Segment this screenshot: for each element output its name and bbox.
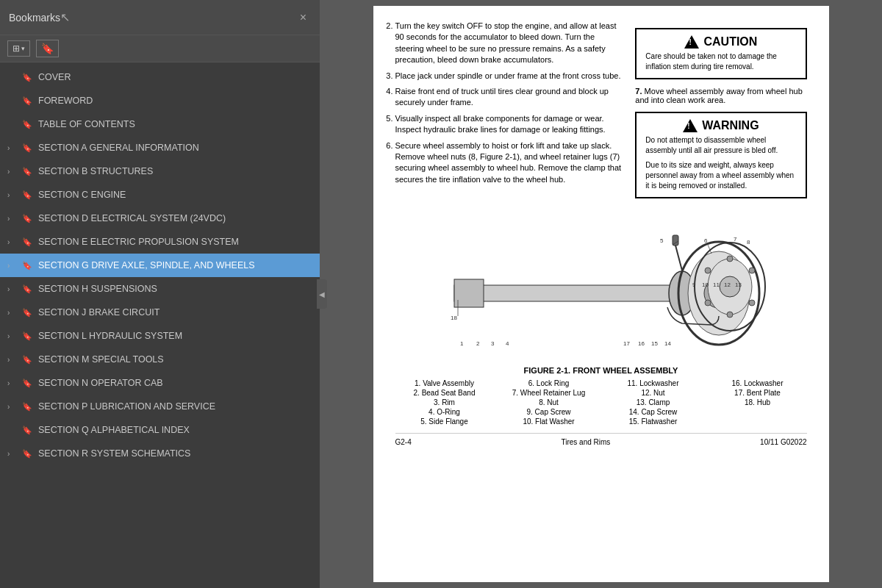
sidebar-item-sec-q[interactable]: 🔖SECTION Q ALPHABETICAL INDEX <box>0 418 320 442</box>
sidebar-item-sec-m[interactable]: ›🔖SECTION M SPECIAL TOOLS <box>0 348 320 371</box>
bookmark-page-icon: 🔖 <box>22 190 34 200</box>
svg-text:5: 5 <box>660 237 664 244</box>
parts-list: 1. Valve Assembly6. Lock Ring11. Lockwas… <box>395 379 807 426</box>
sidebar-item-sec-j[interactable]: ›🔖SECTION J BRAKE CIRCUIT <box>0 301 320 324</box>
svg-text:12: 12 <box>724 282 731 288</box>
sidebar: Bookmarks ↖ × ⊞ ▾ 🔖 🔖COVER🔖FOREWORD🔖TABL… <box>0 0 320 588</box>
bookmark-item-label: TABLE OF CONTENTS <box>38 119 314 129</box>
step-item: Secure wheel assembly to hoist or fork l… <box>395 140 624 186</box>
document-page: Turn the key switch OFF to stop the engi… <box>373 6 829 582</box>
svg-rect-0 <box>454 285 682 301</box>
part-list-item: 7. Wheel Retainer Lug <box>500 389 598 397</box>
sidebar-close-button[interactable]: × <box>295 10 311 26</box>
bookmark-item-label: SECTION D ELECTRICAL SYSTEM (24VDC) <box>38 213 314 223</box>
chevron-down-icon: ▾ <box>21 45 25 52</box>
procedure-steps: Turn the key switch OFF to stop the engi… <box>395 21 624 185</box>
part-list-item: 14. Cap Screw <box>604 408 703 416</box>
footer-section-title: Tires and Rims <box>561 438 610 446</box>
bookmark-page-icon: 🔖 <box>22 284 34 294</box>
part-list-item: 12. Nut <box>604 389 703 397</box>
caution-header: ! CAUTION <box>645 35 796 49</box>
collapse-handle[interactable]: ◀ <box>317 279 327 309</box>
steps-column: Turn the key switch OFF to stop the engi… <box>395 21 624 206</box>
bookmark-item-label: FOREWORD <box>38 96 314 106</box>
sidebar-item-cover[interactable]: 🔖COVER <box>0 65 320 89</box>
svg-point-28 <box>727 312 733 318</box>
sidebar-item-sec-r[interactable]: ›🔖SECTION R SYSTEM SCHEMATICS <box>0 442 320 465</box>
footer-date-code: 10/11 G02022 <box>760 438 806 446</box>
step-item: Place jack under spindle or under frame … <box>395 71 624 82</box>
part-list-item: 1. Valve Assembly <box>395 379 494 387</box>
part-list-item: 17. Bent Plate <box>709 389 807 397</box>
expand-arrow-icon: › <box>7 238 18 246</box>
step7-text: 7. Move wheel assembly away from wheel h… <box>635 87 806 104</box>
footer-page-ref: G2-4 <box>395 438 412 446</box>
warning-box: ! WARNING Do not attempt to disassemble … <box>635 112 806 198</box>
svg-text:15: 15 <box>651 340 658 347</box>
bookmark-page-icon: 🔖 <box>22 355 34 365</box>
caution-box: ! CAUTION Care should be taken not to da… <box>635 28 806 79</box>
part-list-item: 10. Flat Washer <box>500 417 598 426</box>
bookmark-item-label: SECTION R SYSTEM SCHEMATICS <box>38 448 314 459</box>
svg-text:1: 1 <box>460 340 464 347</box>
expand-arrow-icon: › <box>7 285 18 293</box>
svg-text:7: 7 <box>734 236 737 243</box>
part-list-item: 18. Hub <box>709 398 807 406</box>
svg-text:4: 4 <box>506 340 509 347</box>
svg-rect-1 <box>454 279 484 307</box>
sidebar-item-sec-g[interactable]: ›🔖SECTION G DRIVE AXLE, SPINDLE, AND WHE… <box>0 254 320 277</box>
bookmark-page-icon: 🔖 <box>22 167 34 176</box>
warning-text2: Due to its size and weight, always keep … <box>645 160 796 191</box>
top-section: Turn the key switch OFF to stop the engi… <box>395 21 807 206</box>
part-list-item: 16. Lockwasher <box>709 379 807 387</box>
sidebar-item-sec-l[interactable]: ›🔖SECTION L HYDRAULIC SYSTEM <box>0 324 320 348</box>
expand-arrow-icon: › <box>7 332 18 340</box>
svg-point-25 <box>727 256 733 262</box>
sidebar-item-toc[interactable]: 🔖TABLE OF CONTENTS <box>0 112 320 136</box>
bookmark-page-icon: 🔖 <box>22 96 34 106</box>
svg-point-26 <box>749 268 755 273</box>
bookmark-icon-button[interactable]: 🔖 <box>36 40 59 57</box>
part-list-item: 15. Flatwasher <box>604 417 703 426</box>
bookmark-icon: 🔖 <box>41 43 54 54</box>
step-item: Raise front end of truck until tires cle… <box>395 86 624 109</box>
bookmark-item-label: SECTION L HYDRAULIC SYSTEM <box>38 331 314 341</box>
sidebar-item-sec-d[interactable]: ›🔖SECTION D ELECTRICAL SYSTEM (24VDC) <box>0 207 320 230</box>
part-list-item: 9. Cap Screw <box>500 408 598 416</box>
part-list-item: 2. Bead Seat Band <box>395 389 494 397</box>
step-item: Turn the key switch OFF to stop the engi… <box>395 21 624 66</box>
bookmark-page-icon: 🔖 <box>22 379 34 388</box>
sidebar-item-sec-n[interactable]: ›🔖SECTION N OPERATOR CAB <box>0 371 320 395</box>
bookmark-page-icon: 🔖 <box>22 120 34 129</box>
sidebar-item-sec-e[interactable]: ›🔖SECTION E ELECTRIC PROPULSION SYSTEM <box>0 230 320 254</box>
sidebar-item-sec-a[interactable]: ›🔖SECTION A GENERAL INFORMATION <box>0 136 320 159</box>
part-list-item <box>709 417 807 426</box>
sidebar-item-sec-c[interactable]: ›🔖SECTION C ENGINE <box>0 183 320 207</box>
svg-text:17: 17 <box>623 340 630 347</box>
sidebar-item-foreword[interactable]: 🔖FOREWORD <box>0 89 320 112</box>
sidebar-item-sec-h[interactable]: ›🔖SECTION H SUSPENSIONS <box>0 277 320 301</box>
view-options-button[interactable]: ⊞ ▾ <box>7 40 30 57</box>
expand-arrow-icon: › <box>7 379 18 387</box>
expand-arrow-icon: › <box>7 144 18 152</box>
svg-point-29 <box>705 300 711 306</box>
bookmark-item-label: SECTION J BRAKE CIRCUIT <box>38 307 314 318</box>
svg-text:16: 16 <box>638 340 645 347</box>
svg-point-27 <box>749 300 755 306</box>
bookmark-item-label: SECTION E ELECTRIC PROPULSION SYSTEM <box>38 237 314 247</box>
svg-text:3: 3 <box>491 340 495 347</box>
svg-text:10: 10 <box>702 282 709 288</box>
bookmark-item-label: SECTION C ENGINE <box>38 190 314 200</box>
warning-header: ! WARNING <box>645 119 796 132</box>
sidebar-item-sec-b[interactable]: ›🔖SECTION B STRUCTURES <box>0 159 320 183</box>
figure-area: 18 1 2 3 4 5 6 17 16 15 14 <box>395 213 807 426</box>
warning-label: WARNING <box>702 119 759 132</box>
warning-text1: Do not attempt to disassemble wheel asse… <box>645 135 796 156</box>
svg-text:9: 9 <box>692 282 696 288</box>
svg-text:14: 14 <box>664 340 671 347</box>
sidebar-item-sec-p[interactable]: ›🔖SECTION P LUBRICATION AND SERVICE <box>0 395 320 418</box>
bookmark-page-icon: 🔖 <box>22 143 34 153</box>
part-list-item: 13. Clamp <box>604 398 703 406</box>
bookmark-page-icon: 🔖 <box>22 214 34 223</box>
bookmark-item-label: SECTION B STRUCTURES <box>38 166 314 176</box>
